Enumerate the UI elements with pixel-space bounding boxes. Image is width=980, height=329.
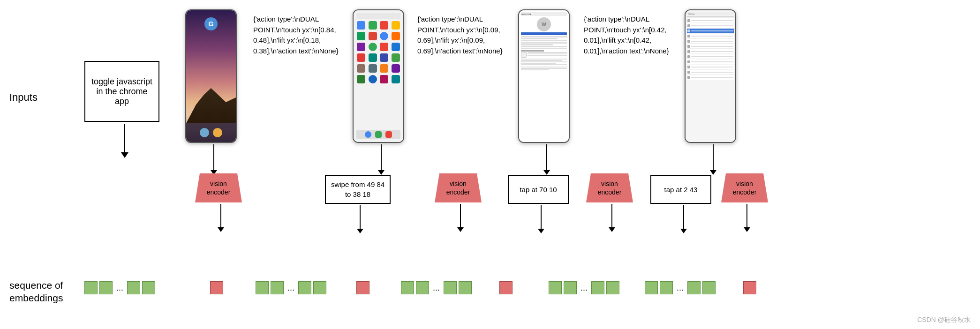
phone-3: WIKIPEDIA W	[518, 9, 570, 143]
vision-encoder-4: visionencoder	[721, 173, 768, 202]
arrow-phone3-down	[543, 144, 550, 175]
watermark: CSDN @硅谷秋水	[917, 316, 971, 324]
main-diagram: Inputs sequence ofembeddings toggle java…	[0, 0, 980, 329]
arrow-ve2-down	[457, 204, 464, 232]
phone-1: G	[185, 9, 237, 143]
vision-encoder-4-label: visionencoder	[733, 179, 757, 196]
swipe-action-node: swipe from 49 84 to 38 18	[325, 175, 391, 204]
action-text-2: {'action type':\nDUAL POINT,\n'touch yx'…	[417, 14, 509, 56]
vision-encoder-1-label: visionencoder	[207, 179, 231, 196]
action-text-1: {'action type':\nDUAL POINT,\n'touch yx'…	[253, 14, 345, 56]
embedding-group-7: ...	[645, 281, 716, 294]
embedding-group-8	[743, 281, 756, 294]
arrow-ve3-down	[609, 204, 615, 232]
arrow-phone4-down	[710, 144, 716, 175]
vision-encoder-2: visionencoder	[435, 173, 482, 202]
arrow-instruction-down	[121, 124, 128, 158]
arrow-phone1-down	[211, 144, 217, 175]
tap2-node-text: tap at 2 43	[664, 185, 698, 194]
embedding-group-5	[499, 281, 513, 294]
embedding-group-1	[210, 281, 223, 294]
vision-encoder-3: visionencoder	[586, 173, 633, 202]
vision-encoder-1: visionencoder	[195, 173, 242, 202]
inputs-label: Inputs	[9, 91, 38, 104]
arrow-phone2-down	[378, 144, 384, 175]
tap1-action-node: tap at 70 10	[508, 175, 569, 204]
embedding-group-0: ...	[84, 281, 155, 294]
phone-2	[353, 9, 404, 143]
phone-4: Settings	[685, 9, 736, 143]
arrow-ve1-down	[218, 204, 224, 232]
instruction-box: toggle javascript in the chrome app	[84, 61, 159, 122]
arrow-ve4-down	[744, 204, 750, 232]
instruction-text: toggle javascript in the chrome app	[91, 77, 153, 106]
arrow-tap1-down	[538, 205, 544, 233]
embedding-group-3	[356, 281, 369, 294]
embedding-group-4: ...	[401, 281, 472, 294]
vision-encoder-2-label: visionencoder	[446, 179, 470, 196]
sequence-label: sequence ofembeddings	[9, 279, 63, 305]
vision-encoder-3-label: visionencoder	[598, 179, 622, 196]
tap2-action-node: tap at 2 43	[650, 175, 711, 204]
embedding-group-2: ...	[256, 281, 326, 294]
embedding-group-6: ...	[549, 281, 619, 294]
tap1-node-text: tap at 70 10	[520, 185, 557, 194]
swipe-node-text: swipe from 49 84 to 38 18	[328, 179, 387, 199]
arrow-swipe-down	[357, 205, 363, 233]
arrow-tap2-down	[680, 205, 687, 233]
action-text-3: {'action type':\nDUAL POINT,\n'touch yx'…	[584, 14, 675, 56]
